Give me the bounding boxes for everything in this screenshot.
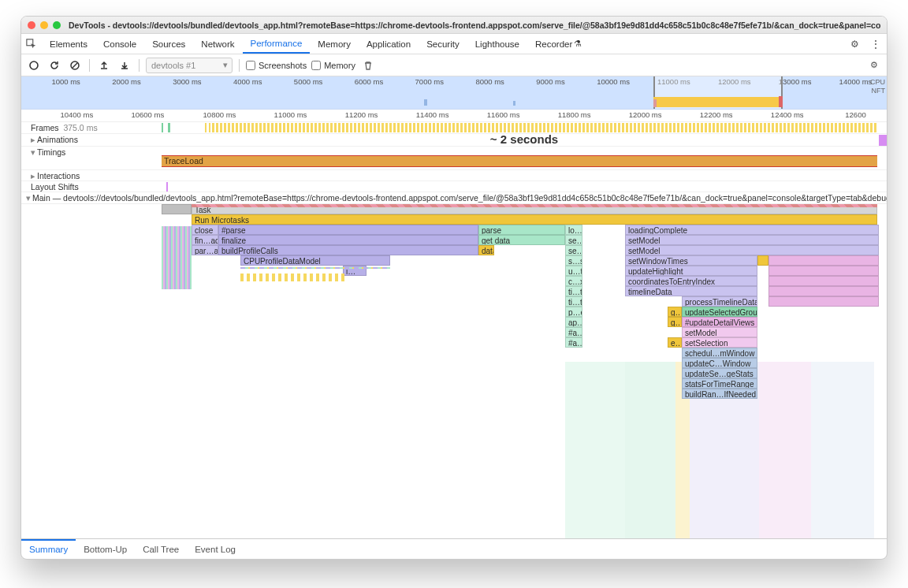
seg-setsel[interactable]: setSelection <box>682 337 757 348</box>
seg-close[interactable]: close <box>192 225 218 235</box>
seg-cx[interactable]: c…x <box>565 276 582 286</box>
seg-microtasks[interactable]: Run Microtasks <box>192 214 877 225</box>
seg-cpu[interactable]: CPUProfileDataModel <box>240 255 390 266</box>
seg-buildprofile[interactable]: buildProfileCalls <box>218 245 478 255</box>
memory-toggle[interactable]: Memory <box>311 61 355 70</box>
seg-p4[interactable] <box>768 286 879 296</box>
seg-parse[interactable]: #parse <box>218 225 478 235</box>
seg-p5[interactable] <box>768 296 879 307</box>
seg-coord[interactable]: coordinatesToEntryIndex <box>625 276 757 286</box>
seg-updc[interactable]: updateC…Window <box>682 358 757 368</box>
maximize-icon[interactable] <box>53 21 61 29</box>
download-icon[interactable] <box>117 58 132 73</box>
seg-finalize[interactable]: finalize <box>218 235 478 245</box>
track-frames[interactable]: Frames 375.0 ms <box>21 122 887 134</box>
seg-parse2[interactable]: parse <box>478 225 565 235</box>
seg-lo[interactable]: lo…e <box>565 225 582 235</box>
overview-axis-labels: CPU NFT <box>870 78 885 95</box>
tab-sources[interactable]: Sources <box>144 34 193 54</box>
seg-finace[interactable]: fin…ace <box>192 235 218 245</box>
seg-task-tiny[interactable] <box>162 204 192 214</box>
seg-parat[interactable]: par…at <box>192 245 218 255</box>
tab-bottomup[interactable]: Bottom-Up <box>76 539 135 559</box>
track-layoutshifts[interactable]: Layout Shifts <box>21 181 887 192</box>
inspect-icon[interactable] <box>21 34 42 54</box>
seg-tita[interactable]: ti…ta <box>565 286 582 296</box>
seg-ut[interactable]: u…t <box>565 266 582 276</box>
tab-network[interactable]: Network <box>193 34 242 54</box>
trace-select[interactable]: devtools #1 <box>146 58 233 73</box>
seg-setmodel[interactable]: setModel <box>625 235 879 245</box>
seg-updse[interactable]: updateSe…geStats <box>682 368 757 378</box>
seg-setmodel2[interactable]: setModel <box>625 245 879 255</box>
minimize-icon[interactable] <box>40 21 48 29</box>
tab-performance[interactable]: Performance <box>243 34 311 54</box>
tab-eventlog[interactable]: Event Log <box>187 539 244 559</box>
svg-point-1 <box>30 61 38 69</box>
track-animations[interactable]: ▸Animations ~ 2 seconds <box>21 134 887 147</box>
callstack-noise <box>240 267 390 281</box>
settings-icon[interactable]: ⚙ <box>844 34 865 54</box>
seg-al[interactable]: #a…l <box>565 327 582 337</box>
seg-p1[interactable] <box>768 255 879 266</box>
record-icon[interactable] <box>26 58 42 73</box>
seg-sel2[interactable]: se…l <box>565 245 582 255</box>
timeline-overview[interactable]: 1000 ms 2000 ms 3000 ms 4000 ms 5000 ms … <box>21 76 887 110</box>
seg-loadingcomplete[interactable]: loadingComplete <box>625 225 879 235</box>
seg-getdata[interactable]: get data <box>478 235 565 245</box>
seg-apl[interactable]: ap…l <box>565 317 582 327</box>
close-icon[interactable] <box>28 21 35 29</box>
tab-elements[interactable]: Elements <box>42 34 95 54</box>
more-icon[interactable]: ⋮ <box>865 39 887 50</box>
titlebar: DevTools - devtools://devtools/bundled/d… <box>21 17 887 34</box>
seg-process[interactable]: processTimelineData <box>682 296 757 307</box>
seg-sel1[interactable]: se…l <box>565 235 582 245</box>
tab-lighthouse[interactable]: Lighthouse <box>467 34 527 54</box>
seg-sched[interactable]: schedul…mWindow <box>682 348 757 358</box>
trash-icon[interactable] <box>360 58 376 73</box>
tab-console[interactable]: Console <box>95 34 144 54</box>
upload-icon[interactable] <box>96 58 112 73</box>
time-ruler[interactable]: 10400 ms 10600 ms 10800 ms 11000 ms 1120… <box>21 110 887 122</box>
seg-g1[interactable]: g… <box>668 307 682 317</box>
seg-data[interactable]: data <box>478 245 494 255</box>
capture-settings-icon[interactable]: ⚙ <box>866 58 882 73</box>
devtools-tabs: Elements Console Sources Network Perform… <box>21 34 887 54</box>
seg-e[interactable]: e… <box>668 337 682 348</box>
seg-upddet[interactable]: #updateDetailViews <box>682 317 757 327</box>
seg-p2[interactable] <box>768 266 879 276</box>
tab-application[interactable]: Application <box>359 34 419 54</box>
seg-stats[interactable]: statsForTimeRange <box>682 378 757 389</box>
track-interactions[interactable]: ▸Interactions <box>21 170 887 181</box>
seg-pe[interactable]: p…e <box>565 307 582 317</box>
track-timings[interactable]: ▾Timings TraceLoad <box>21 147 887 170</box>
window-controls[interactable] <box>28 21 61 29</box>
tab-summary[interactable]: Summary <box>21 539 76 559</box>
seg-ss[interactable]: s…s <box>565 255 582 266</box>
seg-al2[interactable]: #a…l <box>565 337 582 348</box>
flask-icon: ⚗ <box>574 39 582 49</box>
clear-icon[interactable] <box>67 58 83 73</box>
seg-p3[interactable] <box>768 276 879 286</box>
seg-updhl[interactable]: updateHighlight <box>625 266 757 276</box>
track-main-header[interactable]: ▾Main — devtools://devtools/bundled/devt… <box>21 192 887 204</box>
tab-memory[interactable]: Memory <box>310 34 359 54</box>
perf-toolbar: devtools #1 Screenshots Memory ⚙ <box>21 54 887 76</box>
seg-tita2[interactable]: ti…ta <box>565 296 582 307</box>
seg-buildran[interactable]: buildRan…IfNeeded <box>682 389 757 399</box>
seg-timeline[interactable]: timelineData <box>625 286 757 296</box>
seg-updsel[interactable]: updateSelectedGroup <box>682 307 757 317</box>
traceload-bar[interactable]: TraceLoad <box>162 156 877 166</box>
screenshots-toggle[interactable]: Screenshots <box>246 61 307 70</box>
seg-g2[interactable]: g… <box>668 317 682 327</box>
reload-icon[interactable] <box>47 58 62 73</box>
window-title: DevTools - devtools://devtools/bundled/d… <box>69 20 880 30</box>
activity-mark <box>424 99 427 106</box>
tab-security[interactable]: Security <box>419 34 467 54</box>
tab-calltree[interactable]: Call Tree <box>135 539 187 559</box>
flame-graph[interactable]: Task Run Microtasks close #parse parse l… <box>21 204 887 538</box>
seg-setmodel3[interactable]: setModel <box>682 327 757 337</box>
tab-recorder[interactable]: Recorder ⚗ <box>527 34 590 54</box>
seg-setwin[interactable]: setWindowTimes <box>625 255 757 266</box>
seg-y1[interactable] <box>757 255 768 266</box>
